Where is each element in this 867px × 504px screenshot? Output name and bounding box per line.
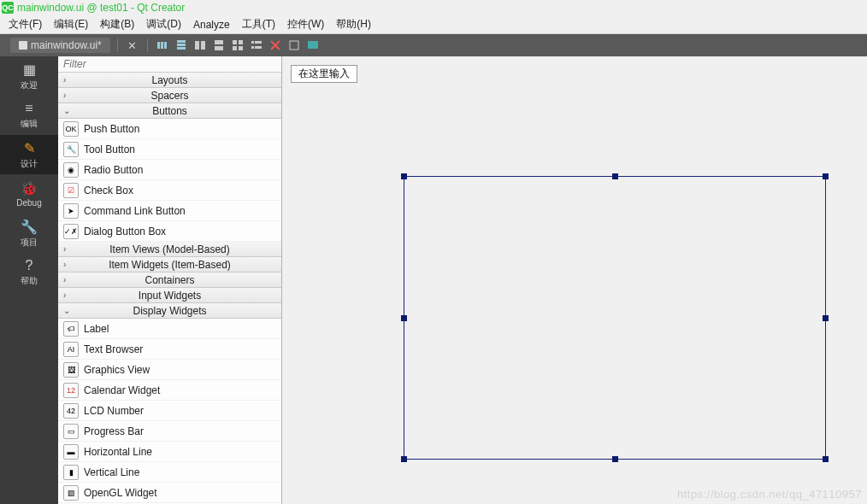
svg-rect-2 [164,42,167,49]
open-file-tab[interactable]: mainwindow.ui* [10,38,110,53]
resize-handle[interactable] [823,315,829,321]
layout-vbox-icon[interactable] [174,38,189,53]
resize-handle[interactable] [401,173,407,179]
separator [117,38,118,52]
category-header[interactable]: ›Layouts [58,73,281,88]
mode-label: 设计 [21,158,38,170]
svg-rect-5 [177,47,186,50]
widget-label: Tool Button [84,144,135,155]
widget-item[interactable]: 12Calendar Widget [58,380,281,401]
widget-item[interactable]: ✓✗Dialog Button Box [58,221,281,242]
mode-welcome[interactable]: ▦ 欢迎 [0,56,58,96]
mode-projects[interactable]: 🔧 项目 [0,214,58,253]
widget-item[interactable]: ◉Radio Button [58,160,281,180]
category-header[interactable]: ›Input Widgets [58,288,281,303]
menu-build[interactable]: 构建(B) [100,17,134,32]
svg-rect-17 [255,46,262,49]
widget-icon: OK [63,121,79,137]
mode-help[interactable]: ? 帮助 [0,253,58,292]
category-header[interactable]: ›Spacers [58,88,281,103]
svg-rect-11 [239,40,243,44]
menu-file[interactable]: 文件(F) [9,17,42,32]
widget-icon: ◉ [63,162,79,178]
close-tab-icon[interactable]: ✕ [125,38,140,53]
layout-grid-icon[interactable] [230,38,245,53]
resize-handle[interactable] [612,456,618,462]
tab-label: mainwindow.ui* [31,39,102,51]
widget-icon: ➤ [63,203,79,219]
menu-edit[interactable]: 编辑(E) [54,17,88,32]
widget-item[interactable]: 🔧Tool Button [58,139,281,160]
widget-item[interactable]: ▭Progress Bar [58,421,281,442]
resize-handle[interactable] [823,456,829,462]
svg-rect-6 [195,41,199,50]
break-layout-icon[interactable] [268,38,283,53]
menu-tools[interactable]: 工具(T) [242,17,275,32]
category-header[interactable]: ›Item Widgets (Item-Based) [58,257,281,273]
svg-rect-4 [177,44,186,46]
svg-rect-0 [157,42,160,49]
category-header[interactable]: ›Containers [58,273,281,288]
menu-help[interactable]: 帮助(H) [336,17,371,32]
adjust-size-icon[interactable] [286,38,302,53]
category-name: Input Widgets [58,290,281,302]
widget-item[interactable]: 🖼Graphics View [58,360,281,380]
widget-label: Dialog Button Box [84,226,166,237]
layout-hsplit-icon[interactable] [192,38,208,53]
widget-box: ›Layouts›Spacers⌄ButtonsOKPush Button🔧To… [58,56,282,504]
window-title: mainwindow.ui @ test01 - Qt Creator [17,2,185,14]
widget-item[interactable]: ☑Check Box [58,180,281,201]
widget-icon: 🏷 [63,321,79,337]
widget-label: Graphics View [84,364,150,376]
filter-input[interactable] [58,56,281,73]
category-name: Item Views (Model-Based) [58,243,281,255]
design-canvas[interactable]: 在这里输入 https://blog.csdn.net/qq_47110957 [282,56,867,504]
design-icon: ✎ [24,140,35,156]
menu-widgets[interactable]: 控件(W) [287,17,324,32]
svg-rect-14 [251,41,254,44]
widget-item[interactable]: ➤Command Link Button [58,201,281,221]
mode-label: Debug [16,198,41,208]
layout-vsplit-icon[interactable] [211,38,227,53]
widget-item[interactable]: AIText Browser [58,339,281,360]
menu-analyze[interactable]: Analyze [193,19,230,31]
resize-handle[interactable] [401,456,407,462]
selection-rect[interactable] [404,176,826,460]
menu-debug[interactable]: 调试(D) [146,17,181,32]
mode-edit[interactable]: ≡ 编辑 [0,96,58,135]
widget-icon: ▨ [63,485,79,501]
svg-rect-12 [233,46,237,50]
widget-item[interactable]: ▨OpenGL Widget [58,483,281,503]
widget-item[interactable]: 🏷Label [58,319,281,339]
widget-label: Vertical Line [84,466,139,478]
svg-rect-1 [161,42,163,49]
widget-item[interactable]: ▮Vertical Line [58,462,281,483]
category-header[interactable]: ⌄Display Widgets [58,303,281,319]
widget-item[interactable]: OKPush Button [58,119,281,139]
svg-rect-3 [177,40,186,43]
mode-design[interactable]: ✎ 设计 [0,135,58,174]
category-header[interactable]: ⌄Buttons [58,103,281,119]
resize-handle[interactable] [823,173,829,179]
layout-form-icon[interactable] [249,38,264,53]
layout-hbox-icon[interactable] [155,38,170,53]
svg-rect-16 [251,46,254,49]
widget-label: Push Button [84,123,139,135]
widget-item[interactable]: 42LCD Number [58,401,281,421]
widget-icon: 42 [63,403,79,419]
widget-label: Radio Button [84,164,143,176]
document-toolbar: mainwindow.ui* ✕ [0,34,867,56]
mode-sidebar: ▦ 欢迎 ≡ 编辑 ✎ 设计 🐞 Debug 🔧 项目 ? 帮助 [0,56,58,504]
wrench-icon: 🔧 [21,219,38,235]
type-here-hint[interactable]: 在这里输入 [291,65,357,83]
widget-item[interactable]: ▬Horizontal Line [58,442,281,462]
bug-icon: 🐞 [21,180,38,196]
category-header[interactable]: ›Item Views (Model-Based) [58,242,281,257]
widget-icon: ✓✗ [63,224,79,239]
preview-icon[interactable] [305,38,321,53]
resize-handle[interactable] [401,315,407,321]
resize-handle[interactable] [612,173,618,179]
category-name: Buttons [58,105,281,117]
widget-icon: ▭ [63,424,79,439]
mode-debug[interactable]: 🐞 Debug [0,174,58,214]
